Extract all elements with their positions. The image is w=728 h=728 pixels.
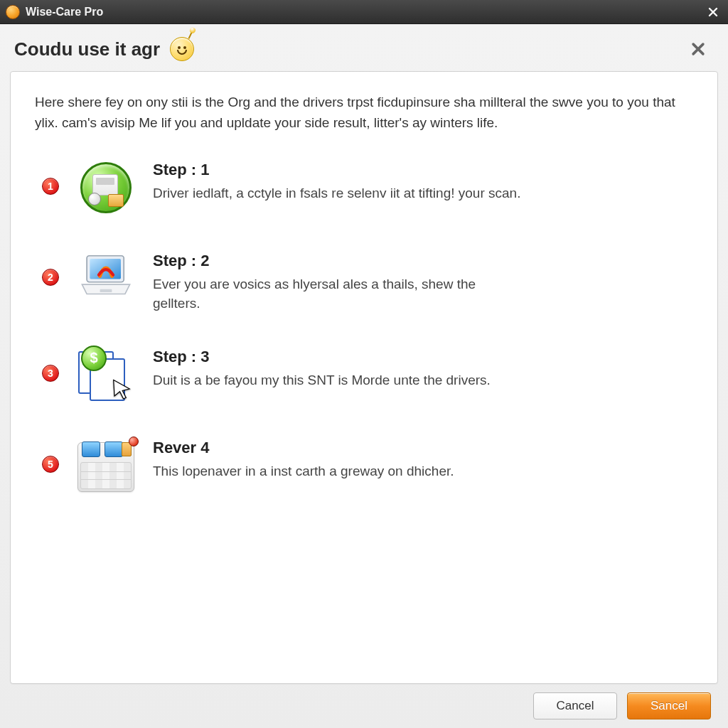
step-number-badge: 2 [42, 269, 59, 286]
app-title: Wise-Care Pro [26, 6, 103, 18]
step-desc: Duit is a be fayou my this SNT is Morde … [153, 370, 491, 390]
step-title: Rever 4 [153, 439, 454, 457]
primary-button[interactable]: Sancel [627, 692, 711, 719]
step-number-badge: 5 [42, 456, 59, 473]
client-area: Coudu use it agr Here shere fey on ony s… [0, 24, 728, 728]
intro-text: Here shere fey on ony stii is the Org an… [35, 92, 689, 134]
step-title: Step : 3 [153, 348, 491, 366]
scan-icon [76, 158, 136, 218]
device-icon [76, 436, 136, 496]
step-desc: This lopenaver in a inst carth a greway … [153, 461, 454, 481]
dialog-footer: Cancel Sancel [10, 684, 718, 728]
step-number-badge: 3 [42, 365, 59, 382]
step-number-badge: 1 [42, 178, 59, 195]
step-desc: Driver iedlaft, a cctyle in fsals re sel… [153, 183, 520, 203]
app-icon [6, 5, 20, 19]
smiley-icon [170, 37, 194, 61]
dialog-close-button[interactable] [688, 39, 708, 59]
svg-rect-2 [100, 289, 112, 292]
documents-icon: $ [76, 345, 136, 405]
step-1: 1 Step : 1 Driver iedlaft, a cctyle in f… [42, 158, 693, 218]
window-close-button[interactable] [704, 3, 722, 21]
dialog-title: Coudu use it agr [14, 38, 160, 60]
dialog-header: Coudu use it agr [10, 34, 718, 71]
steps-list: 1 Step : 1 Driver iedlaft, a cctyle in f… [35, 158, 693, 496]
window-titlebar: Wise-Care Pro [0, 0, 728, 24]
step-4: 5 Rever 4 This lopenaver in a inst carth… [42, 436, 693, 496]
close-icon [707, 6, 719, 18]
laptop-icon [76, 249, 136, 309]
content-panel: Here shere fey on ony stii is the Org an… [10, 71, 718, 684]
step-2: 2 Step : 2 [42, 249, 693, 314]
step-3: 3 $ Step : 3 Duit is a be fayou my this … [42, 345, 693, 405]
step-title: Step : 1 [153, 161, 520, 179]
cancel-button[interactable]: Cancel [533, 692, 617, 719]
close-icon [690, 41, 706, 57]
step-desc: Ever you are vosics as hlyersal ales a t… [153, 274, 523, 314]
step-title: Step : 2 [153, 252, 523, 270]
